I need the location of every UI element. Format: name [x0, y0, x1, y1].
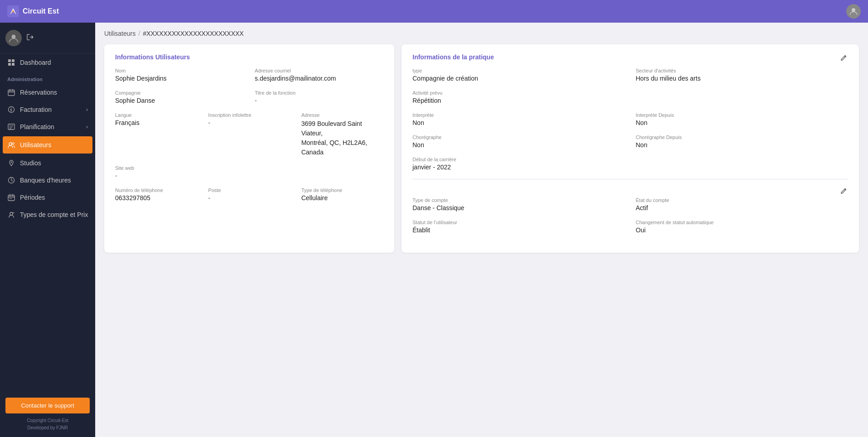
info-row-statut: Statut de l'utilisateur Établit Changeme…: [412, 220, 848, 234]
field-activite: Activité prévu Répétition: [412, 90, 848, 104]
sidebar-item-label: Périodes: [20, 194, 45, 201]
sidebar-item-planification[interactable]: Planification ›: [0, 118, 95, 135]
svg-text:$: $: [10, 108, 12, 112]
svg-point-14: [12, 143, 14, 144]
card-divider: [412, 179, 848, 179]
dashboard-label: Dashboard: [20, 59, 51, 66]
info-row-interprete: Interprète Non Interprète Depuis Non: [412, 112, 848, 126]
layout: Dashboard Administration Réservations $ …: [0, 23, 868, 437]
field-debut: Début de la carrière janvier - 2022: [412, 157, 848, 171]
sidebar: Dashboard Administration Réservations $ …: [0, 23, 95, 437]
reservations-icon: [7, 88, 15, 96]
field-langue: Langue Français: [115, 112, 197, 157]
langue-value: Français: [115, 119, 197, 126]
field-nom: Nom Sophie Desjardins: [115, 68, 244, 82]
breadcrumb-parent[interactable]: Utilisateurs: [104, 30, 136, 37]
sidebar-item-label: Planification: [20, 123, 54, 130]
field-changement: Changement de statut automatique Oui: [636, 220, 849, 234]
titre-label: Titre de la fonction: [255, 90, 383, 96]
changement-label: Changement de statut automatique: [636, 220, 849, 225]
sidebar-item-types[interactable]: Types de compte et Prix: [0, 206, 95, 223]
field-poste: Poste -: [208, 187, 290, 202]
sidebar-item-studios[interactable]: Studios: [0, 154, 95, 172]
choregraphe-depuis-value: Non: [636, 141, 849, 149]
edit-account-button[interactable]: [839, 187, 848, 197]
type-label: type: [412, 68, 625, 73]
periodes-icon: [7, 193, 15, 202]
pratique-title: Informations de la pratique: [412, 53, 494, 61]
interprete-depuis-label: Interprète Depuis: [636, 112, 849, 118]
logo-icon: [7, 5, 19, 17]
sidebar-item-utilisateurs[interactable]: Utilisateurs: [3, 136, 92, 154]
info-row-debut: Début de la carrière janvier - 2022: [412, 157, 848, 171]
sidebar-item-reservations[interactable]: Réservations: [0, 84, 95, 101]
site-value: -: [115, 172, 383, 179]
info-row-choregraphe: Chorégraphe Non Chorégraphe Depuis Non: [412, 134, 848, 149]
field-secteur: Secteur d'activités Hors du milieu des a…: [636, 68, 849, 82]
sidebar-bottom: Contacter le support Copyright Circuit-E…: [0, 392, 95, 437]
changement-value: Oui: [636, 226, 849, 234]
planification-icon: [7, 123, 15, 131]
sidebar-item-periodes[interactable]: Périodes: [0, 189, 95, 206]
left-card-title: Informations Utilisateurs: [115, 53, 383, 61]
field-telephone: Numéro de téléphone 0633297805: [115, 187, 197, 202]
etat-label: État du compte: [636, 197, 849, 203]
logout-icon[interactable]: [26, 33, 34, 43]
svg-rect-8: [12, 63, 15, 66]
svg-rect-17: [8, 195, 15, 201]
sidebar-item-banques[interactable]: Banques d'heures: [0, 172, 95, 189]
sidebar-item-label: Facturation: [20, 106, 52, 113]
field-compagnie: Compagnie Sophie Danse: [115, 90, 244, 104]
field-type-compte: Type de compte Danse - Classique: [412, 197, 625, 211]
field-adresse: Adresse 3699 Boulevard Saint Viateur,Mon…: [301, 112, 383, 157]
field-type-pratique: type Compagnie de création: [412, 68, 625, 82]
svg-point-15: [11, 162, 12, 163]
choregraphe-depuis-label: Chorégraphe Depuis: [636, 134, 849, 140]
svg-rect-6: [12, 59, 15, 62]
arrow-icon: ›: [86, 106, 88, 113]
user-info-card: Informations Utilisateurs Nom Sophie Des…: [104, 44, 394, 253]
types-icon: [7, 211, 15, 219]
debut-label: Début de la carrière: [412, 157, 848, 162]
sidebar-section-admin: Administration: [0, 71, 95, 84]
facturation-icon: $: [7, 106, 15, 114]
nom-label: Nom: [115, 68, 244, 73]
titre-value: -: [255, 97, 383, 104]
langue-label: Langue: [115, 112, 197, 118]
edit-pratique-button[interactable]: [839, 53, 848, 64]
adresse-label: Adresse: [301, 112, 383, 118]
field-titre: Titre de la fonction -: [255, 90, 383, 104]
compagnie-label: Compagnie: [115, 90, 244, 96]
banques-icon: [7, 176, 15, 184]
svg-point-18: [10, 198, 10, 199]
arrow-icon: ›: [86, 124, 88, 130]
pratique-card: Informations de la pratique type Compagn…: [402, 44, 859, 253]
utilisateurs-icon: [7, 141, 15, 149]
cards-row: Informations Utilisateurs Nom Sophie Des…: [104, 44, 859, 253]
pratique-section: Informations de la pratique type Compagn…: [412, 53, 848, 171]
field-inscription: Inscription infolettre -: [208, 112, 290, 157]
choregraphe-value: Non: [412, 141, 625, 149]
statut-value: Établit: [412, 226, 625, 234]
tel-value: 0633297805: [115, 194, 197, 202]
field-choregraphe: Chorégraphe Non: [412, 134, 625, 149]
inscription-value: -: [208, 119, 290, 126]
account-header: [412, 187, 848, 197]
main-content: Utilisateurs / #XXXXXXXXXXXXXXXXXXXXXXX …: [95, 23, 868, 437]
sidebar-item-label: Types de compte et Prix: [20, 211, 88, 218]
field-type-tel: Type de téléphone Cellulaire: [301, 187, 383, 202]
interprete-label: Interprète: [412, 112, 625, 118]
sidebar-item-dashboard[interactable]: Dashboard: [0, 54, 95, 71]
field-etat: État du compte Actif: [636, 197, 849, 211]
email-label: Adresse courriel: [255, 68, 383, 73]
support-button[interactable]: Contacter le support: [5, 398, 90, 413]
topbar-avatar[interactable]: [846, 4, 861, 19]
activite-value: Répétition: [412, 97, 848, 104]
account-section: Type de compte Danse - Classique État du…: [412, 187, 848, 234]
choregraphe-label: Chorégraphe: [412, 134, 625, 140]
sidebar-item-facturation[interactable]: $ Facturation ›: [0, 101, 95, 118]
svg-point-3: [852, 8, 855, 12]
dashboard-icon: [7, 58, 15, 67]
breadcrumb: Utilisateurs / #XXXXXXXXXXXXXXXXXXXXXXX: [104, 30, 859, 37]
svg-point-20: [10, 212, 13, 215]
